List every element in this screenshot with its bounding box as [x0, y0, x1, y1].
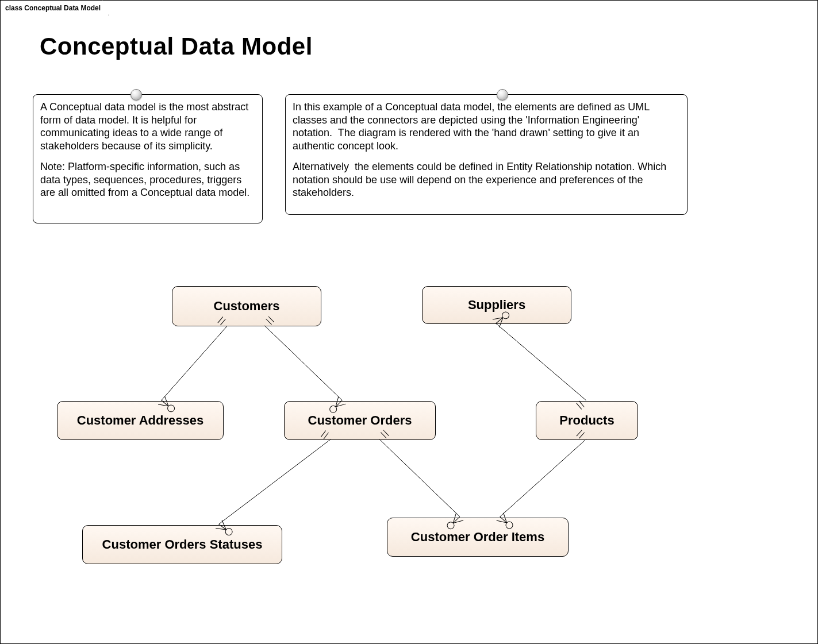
entity-customer-order-items: Customer Order Items	[387, 518, 569, 557]
svg-line-14	[496, 323, 586, 400]
svg-line-0	[162, 326, 228, 400]
note-example: In this example of a Conceptual data mod…	[285, 94, 688, 215]
pushpin-icon	[130, 89, 142, 101]
svg-line-28	[379, 439, 460, 517]
svg-line-7	[264, 326, 342, 400]
frame-tab: class Conceptual Data Model	[0, 0, 109, 16]
note-text: A Conceptual data model is the most abst…	[40, 101, 255, 152]
pushpin-icon	[497, 89, 508, 101]
entity-customer-addresses: Customer Addresses	[57, 401, 224, 440]
entity-customer-orders-statuses: Customer Orders Statuses	[82, 525, 282, 564]
entity-products: Products	[536, 401, 638, 440]
note-text: Alternatively the elements could be defi…	[293, 160, 680, 199]
frame-tab-label: class Conceptual Data Model	[5, 4, 101, 12]
note-definition: A Conceptual data model is the most abst…	[33, 94, 263, 223]
note-text: In this example of a Conceptual data mod…	[293, 101, 680, 152]
note-text: Note: Platform-specific information, suc…	[40, 160, 255, 199]
entity-customer-orders: Customer Orders	[284, 401, 436, 440]
svg-line-35	[500, 439, 586, 517]
diagram-frame: class Conceptual Data Model Conceptual D…	[0, 0, 818, 644]
entity-customers: Customers	[172, 286, 321, 326]
entity-suppliers: Suppliers	[422, 286, 571, 324]
svg-line-21	[219, 439, 331, 525]
diagram-title: Conceptual Data Model	[40, 33, 313, 60]
